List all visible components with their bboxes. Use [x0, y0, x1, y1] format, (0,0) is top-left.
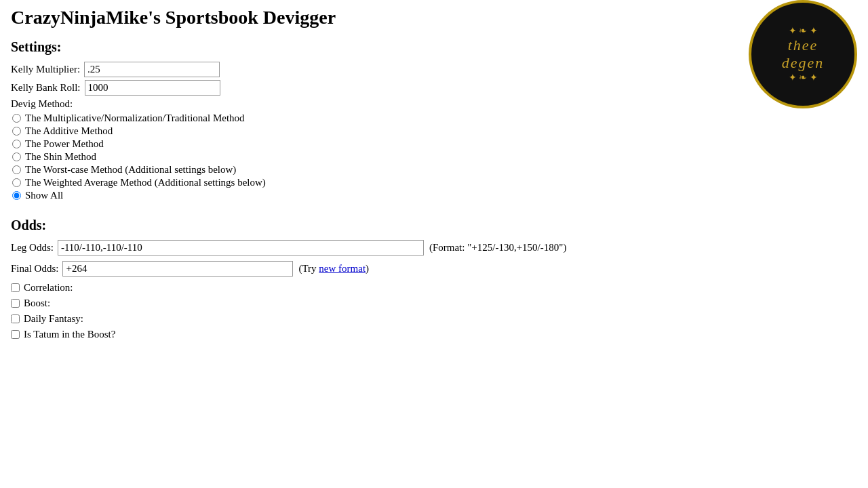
radio-additive-label: The Additive Method — [25, 125, 113, 137]
kelly-multiplier-input[interactable] — [84, 62, 220, 77]
radio-shin-label: The Shin Method — [25, 151, 96, 163]
new-format-link[interactable]: new format — [319, 263, 366, 274]
odds-heading: Odds: — [11, 218, 749, 233]
radio-worst-case-label: The Worst-case Method (Additional settin… — [25, 164, 236, 176]
devig-method-group: The Multiplicative/Normalization/Traditi… — [12, 113, 749, 201]
leg-odds-label: Leg Odds: — [11, 242, 54, 253]
logo-thee: thee — [788, 37, 818, 54]
format-hint: (Format: "+125/-130,+150/-180") — [429, 242, 566, 253]
radio-show-all[interactable] — [12, 191, 21, 200]
logo: ✦ ❧ ✦ thee degen ✦ ❧ ✦ — [749, 0, 857, 108]
logo-degen: degen — [782, 54, 825, 72]
daily-fantasy-checkbox[interactable] — [11, 314, 20, 323]
tatum-checkbox[interactable] — [11, 330, 20, 339]
radio-power[interactable] — [12, 140, 21, 148]
try-suffix: ) — [366, 263, 369, 274]
leg-odds-input[interactable] — [58, 240, 424, 256]
settings-heading: Settings: — [11, 39, 749, 55]
kelly-bankroll-label: Kelly Bank Roll: — [11, 82, 81, 94]
devig-method-label: Devig Method: — [11, 98, 749, 110]
try-new-format-hint: (Try new format) — [298, 263, 369, 274]
kelly-multiplier-label: Kelly Multiplier: — [11, 64, 80, 75]
radio-worst-case[interactable] — [12, 165, 21, 174]
boost-label: Boost: — [24, 298, 50, 309]
final-odds-input[interactable] — [62, 261, 293, 277]
radio-weighted[interactable] — [12, 178, 21, 187]
kelly-bankroll-input[interactable] — [85, 80, 220, 96]
correlation-label: Correlation: — [24, 282, 73, 293]
radio-weighted-label: The Weighted Average Method (Additional … — [25, 177, 266, 188]
correlation-checkbox[interactable] — [11, 283, 20, 292]
boost-checkbox[interactable] — [11, 299, 20, 308]
radio-shin[interactable] — [12, 152, 21, 161]
tatum-label: Is Tatum in the Boost? — [24, 329, 115, 340]
daily-fantasy-label: Daily Fantasy: — [24, 313, 83, 325]
logo-ornament-bottom: ✦ ❧ ✦ — [789, 72, 818, 83]
radio-show-all-label: Show All — [25, 190, 63, 201]
logo-ornament-top: ✦ ❧ ✦ — [789, 25, 818, 37]
radio-additive[interactable] — [12, 127, 21, 136]
final-odds-label: Final Odds: — [11, 263, 58, 274]
page-title: CrazyNinjaMike's Sportsbook Devigger — [11, 7, 749, 28]
radio-power-label: The Power Method — [25, 138, 104, 150]
radio-multiplicative-label: The Multiplicative/Normalization/Traditi… — [25, 113, 245, 124]
try-prefix: (Try — [298, 263, 319, 274]
radio-multiplicative[interactable] — [12, 114, 21, 123]
